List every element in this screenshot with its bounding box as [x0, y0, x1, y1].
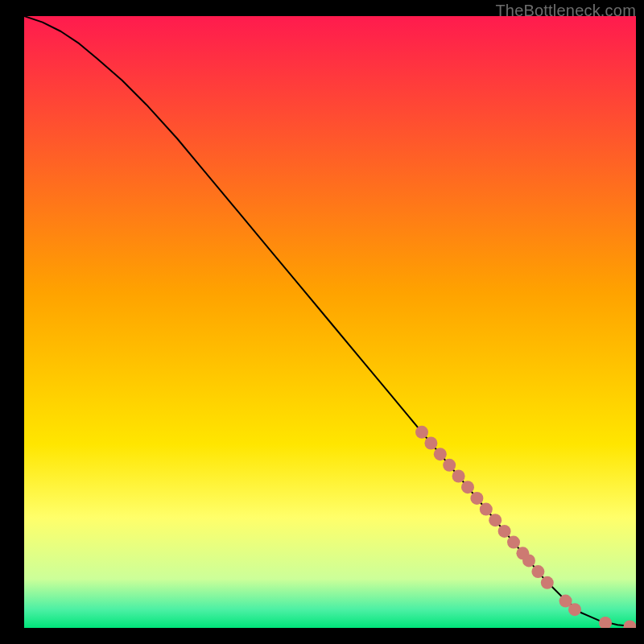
marker-dot: [461, 481, 474, 493]
marker-dot: [480, 503, 493, 516]
marker-dot: [443, 459, 456, 472]
marker-dot: [531, 565, 544, 578]
watermark-text: TheBottleneck.com: [495, 2, 636, 20]
marker-dot: [568, 603, 581, 616]
marker-dot: [434, 448, 447, 460]
marker-dot: [541, 576, 554, 589]
marker-dot: [489, 514, 502, 526]
marker-dot: [507, 536, 520, 549]
chart-stage: TheBottleneck.com: [0, 0, 644, 644]
marker-dot: [415, 426, 428, 439]
marker-dot: [470, 492, 483, 505]
chart-svg: [24, 16, 636, 628]
marker-dot: [498, 525, 511, 538]
marker-dot: [424, 437, 437, 450]
marker-dot: [452, 470, 465, 483]
marker-dot: [522, 554, 535, 567]
